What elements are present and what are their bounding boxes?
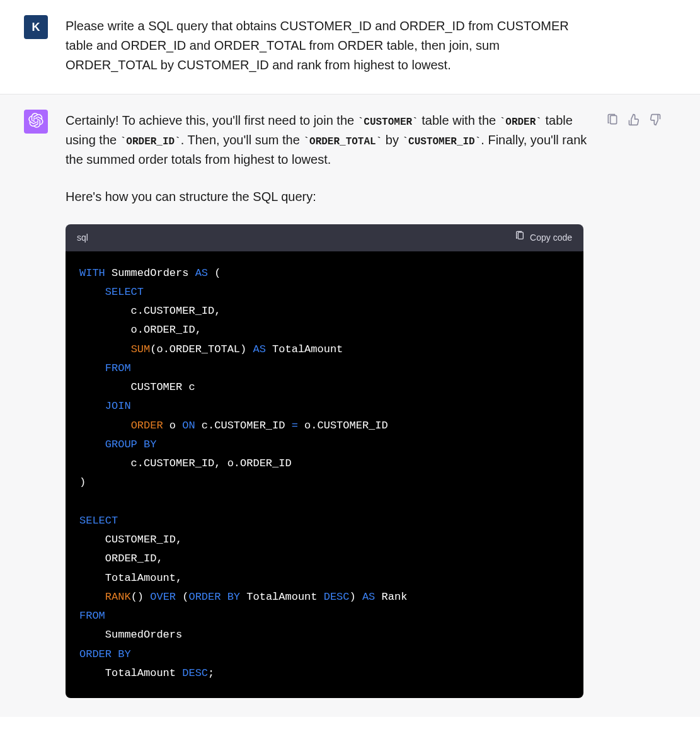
intro-text: by xyxy=(382,133,402,147)
thumbs-up-icon xyxy=(628,113,640,126)
code-token: GROUP xyxy=(105,438,137,450)
code-token: CUSTOMER_ID, xyxy=(79,534,182,546)
intro-text: Certainly! To achieve this, you'll first… xyxy=(66,113,358,127)
code-token: ORDER xyxy=(79,648,112,660)
thumbs-down-button[interactable] xyxy=(649,113,662,126)
code-token: CUSTOMER c xyxy=(79,381,195,393)
code-token: AS xyxy=(253,343,265,355)
code-token: WITH xyxy=(79,267,105,279)
inline-code-customer: `CUSTOMER` xyxy=(358,117,418,128)
code-token xyxy=(137,438,144,450)
clipboard-icon xyxy=(606,113,619,126)
user-message-content: Please write a SQL query that obtains CU… xyxy=(66,15,588,75)
openai-logo-icon xyxy=(28,113,43,130)
assistant-message-row: Certainly! To achieve this, you'll first… xyxy=(0,94,700,717)
code-token xyxy=(221,591,227,603)
assistant-avatar xyxy=(24,110,48,134)
code-token: = xyxy=(292,420,298,432)
copy-message-button[interactable] xyxy=(606,113,619,126)
code-token: ( xyxy=(176,591,188,603)
code-token xyxy=(79,438,105,450)
code-token: SUM xyxy=(131,343,151,355)
code-block-header: sql Copy code xyxy=(66,224,583,251)
svg-rect-1 xyxy=(611,115,617,123)
user-message-row: K Please write a SQL query that obtains … xyxy=(0,0,700,94)
message-actions xyxy=(606,110,662,698)
assistant-message-content: Certainly! To achieve this, you'll first… xyxy=(66,110,588,698)
code-token: ; xyxy=(208,667,214,679)
code-token: JOIN xyxy=(105,400,131,412)
code-token: () xyxy=(131,591,151,603)
code-token: c.CUSTOMER_ID, xyxy=(79,305,221,317)
assistant-intro-paragraph: Certainly! To achieve this, you'll first… xyxy=(66,111,588,169)
code-token: o xyxy=(163,420,183,432)
code-token xyxy=(79,400,105,412)
copy-code-button[interactable]: Copy code xyxy=(515,231,572,245)
code-language-label: sql xyxy=(77,231,88,245)
code-token: ) xyxy=(350,591,362,603)
code-token: ORDER xyxy=(131,420,163,432)
code-token: TotalAmount xyxy=(240,591,324,603)
code-token: c.CUSTOMER_ID xyxy=(195,420,292,432)
code-token: ( xyxy=(208,267,221,279)
code-token: DESC xyxy=(324,591,350,603)
code-token xyxy=(112,648,118,660)
code-token xyxy=(79,591,105,603)
code-token: BY xyxy=(227,591,240,603)
code-token: SummedOrders xyxy=(79,629,182,641)
assistant-intro2: Here's how you can structure the SQL que… xyxy=(66,187,588,207)
code-token xyxy=(79,420,131,432)
user-avatar-letter: K xyxy=(32,21,40,34)
code-block-body[interactable]: WITH SummedOrders AS ( SELECT c.CUSTOMER… xyxy=(66,251,583,699)
code-token: (o.ORDER_TOTAL) xyxy=(150,343,253,355)
user-message-text: Please write a SQL query that obtains CU… xyxy=(66,16,588,75)
code-token: FROM xyxy=(79,610,105,622)
code-token: BY xyxy=(144,438,156,450)
code-token: Rank xyxy=(375,591,407,603)
code-token: AS xyxy=(195,267,208,279)
code-token xyxy=(79,343,131,355)
code-token: SELECT xyxy=(79,515,118,527)
thumbs-up-button[interactable] xyxy=(628,113,640,126)
code-token: o.CUSTOMER_ID xyxy=(298,420,388,432)
clipboard-icon xyxy=(515,231,525,245)
inline-code-order: `ORDER` xyxy=(500,117,542,128)
thumbs-down-icon xyxy=(649,113,662,126)
code-token: o.ORDER_ID, xyxy=(79,324,202,336)
code-token: FROM xyxy=(105,362,131,374)
code-token: TotalAmount, xyxy=(79,572,182,584)
inline-code-customerid: `CUSTOMER_ID` xyxy=(403,136,481,147)
copy-code-label: Copy code xyxy=(530,231,572,245)
intro-text: . Then, you'll sum the xyxy=(181,133,304,147)
code-token: TotalAmount xyxy=(79,667,182,679)
code-token: ORDER xyxy=(188,591,221,603)
code-token: c.CUSTOMER_ID, o.ORDER_ID xyxy=(79,457,292,469)
code-token: AS xyxy=(362,591,375,603)
inline-code-orderid: `ORDER_ID` xyxy=(120,136,181,147)
svg-rect-0 xyxy=(518,232,523,239)
code-token: ON xyxy=(182,420,195,432)
intro-text: table with the xyxy=(418,113,500,127)
code-token: SummedOrders xyxy=(105,267,195,279)
code-token: TotalAmount xyxy=(266,343,343,355)
code-token xyxy=(79,362,105,374)
code-token: SELECT xyxy=(105,286,144,298)
code-block: sql Copy code WITH SummedOrders AS ( SEL… xyxy=(66,224,583,698)
user-avatar: K xyxy=(24,15,48,39)
code-token: BY xyxy=(118,648,130,660)
code-token: RANK xyxy=(105,591,131,603)
code-token xyxy=(79,286,105,298)
code-token: ORDER_ID, xyxy=(79,553,163,564)
code-token: ) xyxy=(79,476,86,488)
code-token: DESC xyxy=(182,667,208,679)
inline-code-ordertotal: `ORDER_TOTAL` xyxy=(303,136,382,147)
code-token: OVER xyxy=(150,591,176,603)
